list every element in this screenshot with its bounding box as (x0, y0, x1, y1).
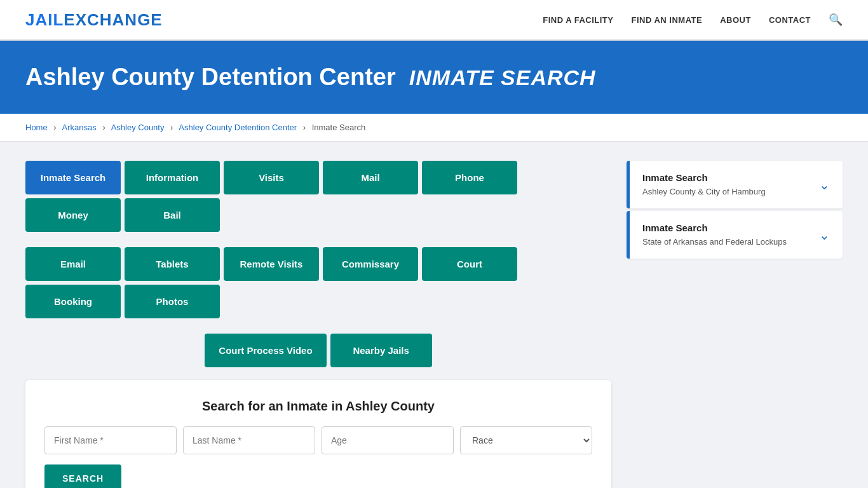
page-title: Ashley County Detention Center INMATE SE… (25, 64, 843, 91)
btn-money[interactable]: Money (25, 198, 121, 232)
btn-information[interactable]: Information (125, 161, 220, 194)
breadcrumb-facility[interactable]: Ashley County Detention Center (179, 123, 297, 132)
last-name-input[interactable] (183, 426, 315, 454)
btn-bail[interactable]: Bail (125, 198, 220, 232)
race-select[interactable]: Race White Black Hispanic Asian Other (460, 426, 592, 454)
search-card: Search for an Inmate in Ashley County Ra… (25, 380, 611, 488)
breadcrumb-arkansas[interactable]: Arkansas (62, 123, 97, 132)
form-row-names: Race White Black Hispanic Asian Other (44, 426, 592, 454)
chevron-icon-2: ⌄ (819, 227, 830, 243)
sidebar-item-subtitle-1: Ashley County & City of Hamburg (642, 187, 766, 196)
nav-find-inmate[interactable]: FIND AN INMATE (631, 15, 702, 25)
breadcrumb-ashley-county[interactable]: Ashley County (111, 123, 165, 132)
btn-photos[interactable]: Photos (125, 285, 220, 318)
btn-mail[interactable]: Mail (323, 161, 418, 194)
breadcrumb: Home › Arkansas › Ashley County › Ashley… (0, 114, 868, 142)
btn-court-process-video[interactable]: Court Process Video (205, 334, 326, 367)
nav-contact[interactable]: CONTACT (769, 15, 811, 25)
btn-remote-visits[interactable]: Remote Visits (224, 247, 319, 281)
main-nav: FIND A FACILITY FIND AN INMATE ABOUT CON… (543, 13, 843, 27)
btn-nearby-jails[interactable]: Nearby Jails (330, 334, 432, 367)
btn-phone[interactable]: Phone (422, 161, 517, 194)
nav-buttons-row1: Inmate Search Information Visits Mail Ph… (25, 161, 611, 232)
sidebar-item-arkansas-federal[interactable]: Inmate Search State of Arkansas and Fede… (627, 211, 843, 259)
main-content: Inmate Search Information Visits Mail Ph… (0, 142, 868, 488)
breadcrumb-home[interactable]: Home (25, 123, 48, 132)
header-search-button[interactable]: 🔍 (829, 13, 843, 27)
btn-booking[interactable]: Booking (25, 285, 121, 318)
right-sidebar: Inmate Search Ashley County & City of Ha… (627, 161, 843, 261)
left-column: Inmate Search Information Visits Mail Ph… (25, 161, 611, 488)
btn-visits[interactable]: Visits (224, 161, 319, 194)
first-name-input[interactable] (44, 426, 177, 454)
chevron-icon-1: ⌄ (819, 177, 830, 193)
logo-part1: JAIL (25, 10, 64, 29)
sidebar-item-subtitle-2: State of Arkansas and Federal Lockups (642, 237, 787, 247)
breadcrumb-current: Inmate Search (312, 123, 366, 132)
btn-court[interactable]: Court (422, 247, 517, 281)
sidebar-item-ashley-county[interactable]: Inmate Search Ashley County & City of Ha… (627, 161, 843, 208)
nav-buttons-row2: Email Tablets Remote Visits Commissary C… (25, 247, 611, 318)
btn-inmate-search[interactable]: Inmate Search (25, 161, 121, 194)
btn-commissary[interactable]: Commissary (323, 247, 418, 281)
search-button[interactable]: SEARCH (44, 464, 121, 488)
nav-find-facility[interactable]: FIND A FACILITY (543, 15, 613, 25)
search-card-title: Search for an Inmate in Ashley County (44, 399, 592, 414)
logo[interactable]: JAILEXCHANGE (25, 10, 163, 30)
hero-banner: Ashley County Detention Center INMATE SE… (0, 41, 868, 114)
nav-buttons-row3: Court Process Video Nearby Jails (25, 334, 611, 367)
sidebar-item-title-1: Inmate Search (642, 172, 766, 183)
header: JAILEXCHANGE FIND A FACILITY FIND AN INM… (0, 0, 868, 41)
sidebar-item-title-2: Inmate Search (642, 222, 787, 233)
age-input[interactable] (322, 426, 454, 454)
btn-email[interactable]: Email (25, 247, 121, 281)
logo-part2: EXCHANGE (64, 10, 162, 29)
nav-about[interactable]: ABOUT (720, 15, 751, 25)
btn-tablets[interactable]: Tablets (125, 247, 220, 281)
